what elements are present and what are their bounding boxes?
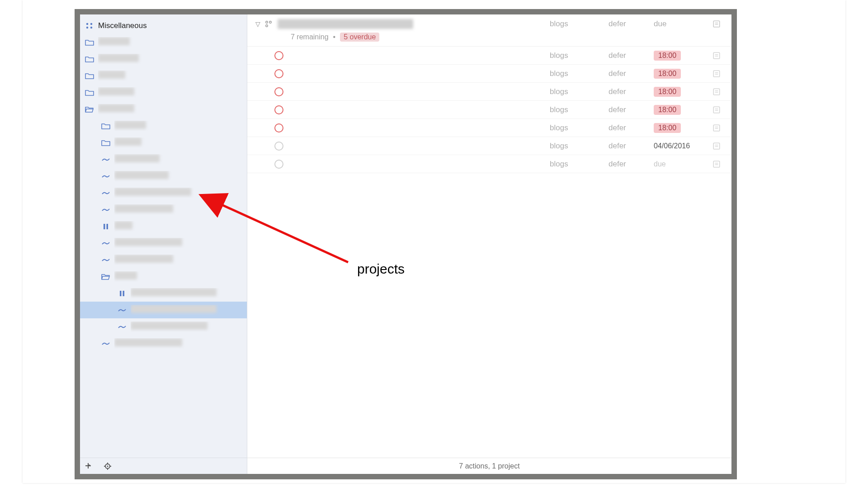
sidebar-folder[interactable] <box>80 67 247 84</box>
sidebar-item-label-redacted <box>114 255 247 265</box>
task-due[interactable]: 18:00 <box>654 87 708 97</box>
svg-point-14 <box>266 21 268 23</box>
task-checkbox-icon[interactable] <box>274 87 283 96</box>
app-body: Miscellaneous <box>80 14 731 474</box>
task-defer[interactable]: defer <box>609 160 649 169</box>
sidebar-project[interactable] <box>80 201 247 218</box>
task-context[interactable]: blogs <box>550 160 604 169</box>
sidebar-project[interactable] <box>80 302 247 318</box>
svg-point-3 <box>90 26 92 28</box>
task-checkbox-icon[interactable] <box>274 51 283 60</box>
folder-icon <box>101 123 111 130</box>
task-note-icon[interactable] <box>712 52 723 60</box>
sidebar-folder[interactable] <box>80 84 247 101</box>
sidebar-tree[interactable]: Miscellaneous <box>80 14 247 458</box>
folder-icon <box>85 39 94 46</box>
column-header-defer[interactable]: defer <box>609 19 649 28</box>
sidebar-project[interactable] <box>80 235 247 251</box>
task-defer[interactable]: defer <box>609 51 649 60</box>
perspective-icon <box>85 22 94 29</box>
task-checkbox-icon[interactable] <box>274 69 283 78</box>
gear-button[interactable] <box>104 462 113 470</box>
task-defer[interactable]: defer <box>609 142 649 151</box>
project-header: ▽ blogs defer due <box>247 14 731 33</box>
task-note-icon[interactable] <box>712 124 723 132</box>
project-icon <box>101 208 111 212</box>
sidebar-project[interactable] <box>80 251 247 268</box>
task-row[interactable]: blogsdefer18:00 <box>247 65 731 83</box>
task-defer[interactable]: defer <box>609 87 649 96</box>
sidebar-item-label-redacted <box>114 137 247 148</box>
sidebar-project[interactable] <box>80 151 247 168</box>
task-row[interactable]: blogsdefer04/06/2016 <box>247 137 731 155</box>
task-context[interactable]: blogs <box>550 69 604 78</box>
task-checkbox-icon[interactable] <box>274 105 283 114</box>
sidebar-project[interactable] <box>80 335 247 352</box>
sidebar-item-label-redacted <box>114 238 247 248</box>
perspective-label: Miscellaneous <box>98 21 247 30</box>
sidebar-folder[interactable] <box>80 34 247 51</box>
perspective-row[interactable]: Miscellaneous <box>80 17 247 34</box>
svg-rect-23 <box>713 71 720 77</box>
task-row[interactable]: blogsdeferdue <box>247 155 731 173</box>
task-due[interactable]: 04/06/2016 <box>654 142 708 150</box>
sidebar-item-label-redacted <box>98 37 247 47</box>
task-note-icon[interactable] <box>712 70 723 78</box>
column-header-note <box>712 20 723 28</box>
main-pane: ▽ blogs defer due 7 remaining <box>247 14 731 474</box>
task-checkbox-icon[interactable] <box>274 123 283 132</box>
sidebar-project[interactable] <box>80 285 247 302</box>
task-note-icon[interactable] <box>712 88 723 96</box>
add-button[interactable] <box>85 463 95 470</box>
folder-icon <box>85 72 94 80</box>
task-due[interactable]: 18:00 <box>654 69 708 79</box>
svg-rect-20 <box>713 52 720 59</box>
disclosure-triangle-icon[interactable]: ▽ <box>255 20 260 28</box>
sidebar-project[interactable] <box>80 318 247 335</box>
task-due[interactable]: 18:00 <box>654 51 708 61</box>
sidebar-folder[interactable] <box>80 51 247 67</box>
task-note-icon[interactable] <box>712 142 723 150</box>
task-defer[interactable]: defer <box>609 123 649 132</box>
project-onhold-icon <box>117 290 127 297</box>
task-row[interactable]: blogsdefer18:00 <box>247 83 731 101</box>
task-context[interactable]: blogs <box>550 142 604 151</box>
sidebar-folder[interactable] <box>80 268 247 285</box>
sidebar-project[interactable] <box>80 184 247 201</box>
project-icon <box>101 258 111 262</box>
task-defer[interactable]: defer <box>609 69 649 78</box>
task-due[interactable]: 18:00 <box>654 105 708 115</box>
sidebar-project[interactable] <box>80 168 247 184</box>
sidebar-folder[interactable] <box>80 134 247 151</box>
overdue-badge: 5 overdue <box>340 33 379 42</box>
task-checkbox-icon[interactable] <box>274 142 283 151</box>
task-row[interactable]: blogsdefer18:00 <box>247 119 731 137</box>
project-icon <box>101 157 111 162</box>
sidebar-folder[interactable] <box>80 118 247 134</box>
sidebar-folder[interactable] <box>80 101 247 118</box>
sidebar-item-label-redacted <box>114 221 247 232</box>
sidebar-project[interactable] <box>80 218 247 235</box>
task-due[interactable]: 18:00 <box>654 123 708 133</box>
task-row[interactable]: blogsdefer18:00 <box>247 101 731 119</box>
svg-point-2 <box>86 26 88 28</box>
column-header-context[interactable]: blogs <box>550 19 604 28</box>
svg-point-0 <box>86 23 88 24</box>
project-icon <box>101 191 111 195</box>
task-note-icon[interactable] <box>712 160 723 168</box>
task-context[interactable]: blogs <box>550 105 604 114</box>
sidebar-item-label-redacted <box>98 54 247 64</box>
task-context[interactable]: blogs <box>550 87 604 96</box>
sidebar-footer <box>80 458 247 474</box>
project-type-icon <box>265 20 273 28</box>
column-header-due[interactable]: due <box>654 19 708 28</box>
task-defer[interactable]: defer <box>609 105 649 114</box>
sidebar-item-label-redacted <box>131 305 247 315</box>
task-context[interactable]: blogs <box>550 123 604 132</box>
task-row[interactable]: blogsdefer18:00 <box>247 47 731 65</box>
task-checkbox-icon[interactable] <box>274 160 283 169</box>
task-note-icon[interactable] <box>712 106 723 114</box>
task-due[interactable]: due <box>654 160 708 168</box>
svg-rect-26 <box>713 89 720 95</box>
task-context[interactable]: blogs <box>550 51 604 60</box>
